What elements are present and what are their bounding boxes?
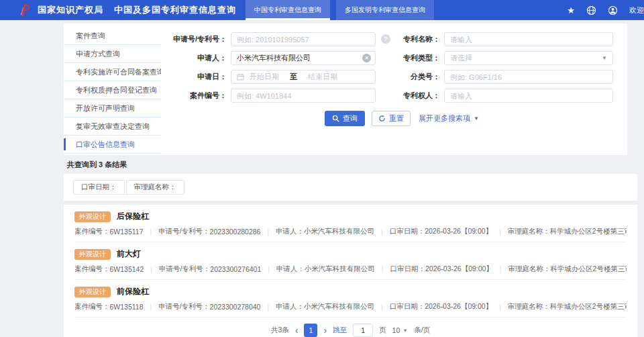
results-list: 外观设计 后保险杠 案件编号： 6W135117 | 申请号/专利号： 2023… bbox=[64, 205, 637, 337]
divider: | bbox=[381, 303, 383, 311]
summary-count: 3 bbox=[99, 160, 103, 168]
divider: | bbox=[500, 266, 502, 273]
applicant-value: 小米汽车科技有限公司 bbox=[304, 227, 374, 236]
globe-icon[interactable] bbox=[586, 5, 596, 15]
court-name-value: 科学城办公区2号楼第三审理庭（仅现场审理） bbox=[550, 302, 627, 311]
oral-hearing-date-label: 口审日期： bbox=[390, 264, 425, 274]
form-buttons-row: 查询 重置 展开更多搜索项 ▼ bbox=[325, 111, 627, 126]
favorite-star-icon[interactable]: ★ bbox=[567, 6, 575, 15]
search-button[interactable]: 查询 bbox=[325, 111, 365, 126]
filter-court-name[interactable]: 审理庭名称： bbox=[126, 180, 184, 195]
result-item: 外观设计 前大灯 案件编号： 6W135142 | 申请号/专利号： 20233… bbox=[74, 242, 627, 280]
reset-button[interactable]: 重置 bbox=[372, 111, 411, 126]
patent-type-select[interactable]: 请选择 ▼ bbox=[444, 51, 613, 65]
classification-number-field-wrap bbox=[444, 70, 613, 84]
clear-input-icon[interactable]: ✕ bbox=[362, 54, 371, 62]
divider: | bbox=[381, 228, 383, 236]
application-number-value: 2023300276401 bbox=[210, 265, 261, 273]
search-section: 案件查询 申请方式查询 专利实施许可合同备案查询 专利权质押合同登记查询 开放许… bbox=[64, 23, 627, 155]
summary-prefix: 共查询到 bbox=[67, 160, 97, 168]
patent-name-field-wrap bbox=[444, 32, 613, 46]
sidebar-item-open-license-declaration-query[interactable]: 开放许可声明查询 bbox=[64, 99, 161, 117]
patent-type-value: 请选择 bbox=[450, 53, 472, 63]
court-name-label: 审理庭名称： bbox=[508, 302, 550, 311]
welcome-text: 欢迎您, bbox=[629, 5, 644, 15]
start-date-placeholder[interactable]: 开始日期 bbox=[250, 72, 279, 82]
patent-type-badge: 外观设计 bbox=[74, 249, 111, 260]
case-number-value: 6W135118 bbox=[110, 303, 144, 311]
patentee-input[interactable] bbox=[444, 89, 613, 103]
sidebar-item-license-contract-filing-query[interactable]: 专利实施许可合同备案查询 bbox=[64, 63, 161, 81]
sidebar-item-application-method-query[interactable]: 申请方式查询 bbox=[64, 45, 161, 63]
divider: | bbox=[268, 266, 270, 273]
cnipa-logo bbox=[18, 3, 32, 17]
sidebar-item-pledge-contract-registration-query[interactable]: 专利权质押合同登记查询 bbox=[64, 81, 161, 99]
court-name-label: 审理庭名称： bbox=[508, 227, 550, 236]
court-name-value: 科学城办公区2号楼第三审理庭（仅现场审理） bbox=[550, 227, 627, 236]
classification-number-label: 分类号： bbox=[380, 72, 440, 82]
page-size-select[interactable]: 10 ▼ bbox=[392, 326, 409, 334]
patent-title[interactable]: 前大灯 bbox=[117, 248, 141, 260]
patent-type-label: 专利类型： bbox=[380, 53, 440, 63]
tab-china-patent-query[interactable]: 中国专利审查信息查询 bbox=[246, 0, 330, 20]
sidebar-item-oral-hearing-announcement-query[interactable]: 口审公告信息查询 bbox=[64, 136, 161, 154]
tab-label: 中国专利审查信息查询 bbox=[254, 5, 321, 15]
org-name: 国家知识产权局 bbox=[38, 4, 103, 16]
classification-number-input[interactable] bbox=[444, 70, 613, 84]
result-details: 案件编号： 6W135117 | 申请号/专利号： 2023300280286 … bbox=[74, 227, 627, 236]
divider: | bbox=[267, 303, 269, 311]
divider: | bbox=[150, 266, 152, 273]
patent-type-badge: 外观设计 bbox=[74, 287, 111, 297]
oral-hearing-date-value: 2026-03-26【09:00】 bbox=[425, 227, 492, 236]
result-details: 案件编号： 6W135142 | 申请号/专利号： 2023300276401 … bbox=[74, 264, 627, 274]
applicant-label: 申请人： bbox=[276, 264, 305, 274]
patentee-field-wrap bbox=[444, 89, 613, 103]
page-number-current[interactable]: 1 bbox=[304, 324, 317, 337]
case-number-field-wrap bbox=[231, 89, 376, 103]
site-title: 中国及多国专利审查信息查询 bbox=[114, 4, 236, 16]
application-date-label: 申请日： bbox=[161, 72, 227, 82]
application-date-range-picker[interactable]: 开始日期 至 结束日期 bbox=[231, 70, 376, 84]
application-number-input[interactable] bbox=[231, 32, 376, 46]
case-number-label: 案件编号： bbox=[74, 264, 110, 274]
applicant-value: 小米汽车科技有限公司 bbox=[304, 302, 374, 311]
user-account-icon[interactable] bbox=[608, 5, 618, 15]
expand-more-search-link[interactable]: 展开更多搜索项 ▼ bbox=[419, 113, 479, 124]
prev-page-button[interactable]: ‹ bbox=[295, 326, 299, 335]
expand-more-label: 展开更多搜索项 bbox=[419, 113, 470, 124]
application-number-field-wrap: ? bbox=[231, 32, 376, 46]
divider: | bbox=[499, 228, 501, 236]
result-item: 外观设计 前保险杠 案件编号： 6W135118 | 申请号/专利号： 2023… bbox=[74, 280, 627, 318]
application-number-value: 2023300278040 bbox=[210, 303, 261, 311]
tab-label: 多国发明专利审查信息查询 bbox=[345, 5, 425, 15]
sidebar-item-reexam-invalidation-decision-query[interactable]: 复审无效审查决定查询 bbox=[64, 117, 161, 136]
case-number-label: 案件编号： bbox=[74, 227, 110, 236]
patentee-label: 专利权人： bbox=[380, 91, 440, 101]
case-number-input[interactable] bbox=[231, 89, 376, 103]
application-number-value: 2023300280286 bbox=[210, 228, 261, 236]
sidebar-item-case-query[interactable]: 案件查询 bbox=[64, 27, 161, 45]
patent-title[interactable]: 前保险杠 bbox=[117, 286, 149, 297]
patent-type-badge: 外观设计 bbox=[74, 211, 111, 222]
help-question-icon[interactable]: ? bbox=[381, 34, 390, 44]
search-form: 申请号/专利号： ? 专利名称： 申请人： ✕ 专利类型： 请选择 ▼ 申请日： bbox=[161, 23, 627, 155]
end-date-placeholder[interactable]: 结束日期 bbox=[308, 72, 337, 82]
application-number-label: 申请号/专利号： bbox=[159, 264, 210, 274]
chevron-down-icon: ▼ bbox=[402, 328, 408, 334]
divider: | bbox=[382, 266, 384, 273]
pagination: 共3条 ‹ 1 › 跳至 页 10 ▼ 条/页 bbox=[74, 318, 627, 337]
results-filter-bar: 口审日期： 审理庭名称： bbox=[64, 174, 637, 201]
pagination-total: 共3条 bbox=[271, 326, 289, 335]
patent-title[interactable]: 后保险杠 bbox=[117, 211, 149, 222]
filter-oral-hearing-date[interactable]: 口审日期： bbox=[73, 180, 125, 195]
tab-multi-country-patent-query[interactable]: 多国发明专利审查信息查询 bbox=[336, 0, 434, 20]
next-page-button[interactable]: › bbox=[323, 326, 327, 335]
refresh-icon bbox=[378, 115, 386, 122]
result-details: 案件编号： 6W135118 | 申请号/专利号： 2023300278040 … bbox=[74, 302, 627, 311]
applicant-input[interactable] bbox=[231, 51, 376, 65]
application-number-label: 申请号/专利号： bbox=[158, 227, 209, 236]
jump-to-page-input[interactable] bbox=[353, 324, 373, 337]
patent-name-input[interactable] bbox=[444, 32, 613, 46]
case-number-value: 6W135142 bbox=[110, 265, 144, 273]
application-number-label: 申请号/专利号： bbox=[161, 34, 227, 44]
